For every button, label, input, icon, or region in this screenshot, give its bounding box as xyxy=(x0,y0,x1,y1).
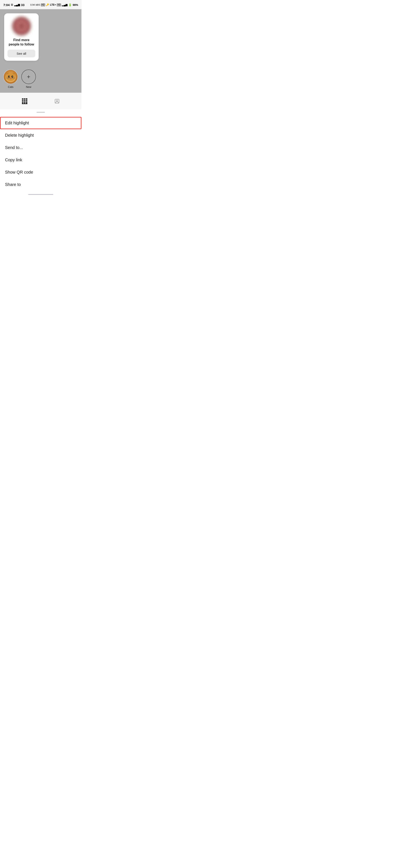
status-right: 0.94 kB/S HD 🔑 LTE+ HD ▂▄▆ 🔋 98% xyxy=(30,3,78,6)
svg-point-7 xyxy=(12,76,13,77)
share-to-button[interactable]: Share to xyxy=(0,178,82,191)
svg-point-6 xyxy=(9,76,9,77)
network-signal: 33 xyxy=(21,3,25,7)
tab-bar xyxy=(0,93,82,109)
photo-indicator: ⊡ xyxy=(11,3,13,6)
highlight-new[interactable]: + New xyxy=(21,69,36,89)
hd-badge1: HD xyxy=(41,4,45,6)
cat-face-svg xyxy=(5,71,17,83)
highlight-new-circle: + xyxy=(21,69,36,84)
add-icon: + xyxy=(27,74,30,80)
show-qr-button[interactable]: Show QR code xyxy=(0,166,82,178)
cat-avatar xyxy=(4,70,17,83)
highlight-cats-label: Cats xyxy=(8,85,13,89)
svg-point-8 xyxy=(10,78,11,79)
edit-highlight-button[interactable]: Edit highlight xyxy=(0,117,82,129)
signal-bars: ▂▄▆ xyxy=(14,3,20,6)
network-speed: 0.94 xyxy=(30,4,35,6)
bottom-sheet: Edit highlight Delete highlight Send to.… xyxy=(0,109,82,202)
key-icon: 🔑 xyxy=(46,3,49,6)
tab-person[interactable] xyxy=(54,98,60,104)
sheet-bottom-handle xyxy=(28,194,53,195)
find-more-text: Find more people to follow xyxy=(7,38,35,47)
profile-avatar-blur xyxy=(12,17,31,35)
svg-point-14 xyxy=(56,100,58,102)
network-unit: kB/S xyxy=(36,4,40,6)
highlight-new-label: New xyxy=(26,85,31,89)
background-content: Find more people to follow See all xyxy=(0,9,82,109)
tab-grid[interactable] xyxy=(22,98,27,104)
battery-icon: 🔋 xyxy=(68,3,72,6)
send-to-button[interactable]: Send to... xyxy=(0,142,82,154)
person-icon xyxy=(54,98,60,104)
active-tab-indicator xyxy=(22,104,27,104)
time: 7:04 xyxy=(3,3,9,7)
grid-icon xyxy=(22,98,27,104)
delete-highlight-button[interactable]: Delete highlight xyxy=(0,129,82,142)
highlight-cats[interactable]: Cats xyxy=(3,69,18,89)
signal-bars2: ▂▄▆ xyxy=(62,3,67,6)
lte-label: LTE+ xyxy=(50,3,56,6)
see-all-button[interactable]: See all xyxy=(7,50,35,57)
copy-link-button[interactable]: Copy link xyxy=(0,154,82,166)
hd-badge2: HD xyxy=(57,4,61,6)
highlights-row: Cats + New xyxy=(3,69,36,89)
battery-percent: 98% xyxy=(73,3,78,6)
status-left: 7:04 ⊡ ▂▄▆ 33 xyxy=(3,3,24,7)
status-bar: 7:04 ⊡ ▂▄▆ 33 0.94 kB/S HD 🔑 LTE+ HD ▂▄▆… xyxy=(0,0,82,9)
sheet-handle xyxy=(36,112,45,113)
profile-card: Find more people to follow See all xyxy=(4,13,39,61)
highlight-cats-circle xyxy=(3,69,18,84)
